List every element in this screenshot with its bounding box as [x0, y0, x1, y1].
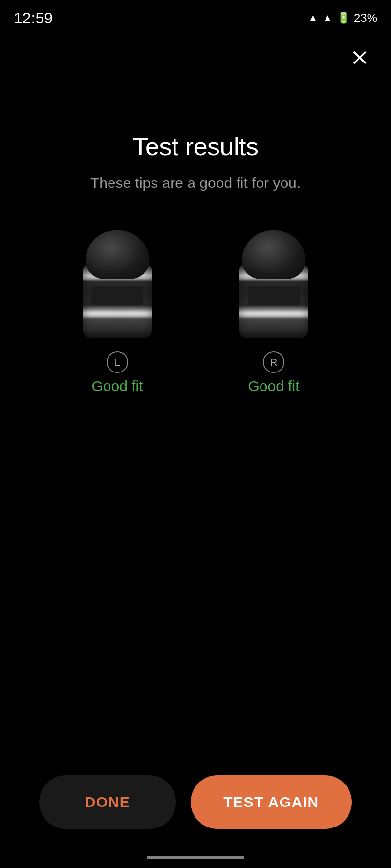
home-indicator — [147, 856, 244, 859]
signal-icon: ▲ — [322, 12, 333, 24]
earbud-right: R Good fit — [230, 230, 318, 394]
battery-icon: 🔋 — [337, 12, 350, 24]
earbud-left-status: Good fit — [91, 378, 143, 394]
status-icons: ▲ ▲ 🔋 23% — [307, 11, 377, 25]
earbud-left-illustration — [73, 230, 161, 338]
earbuds-container: L Good fit R Good fit — [0, 230, 391, 394]
page-title: Test results — [133, 132, 259, 161]
status-time: 12:59 — [14, 9, 53, 27]
main-content: Test results These tips are a good fit f… — [0, 34, 391, 419]
earbud-left-labels: L Good fit — [91, 351, 143, 394]
earbud-right-status: Good fit — [248, 378, 299, 394]
close-button[interactable] — [346, 44, 373, 71]
battery-percent: 23% — [354, 11, 377, 25]
status-bar: 12:59 ▲ ▲ 🔋 23% — [0, 0, 391, 34]
earbud-right-tip — [242, 230, 305, 279]
earbud-left-badge: L — [107, 351, 128, 373]
earbud-right-labels: R Good fit — [248, 351, 299, 394]
earbud-left: L Good fit — [73, 230, 161, 394]
earbud-right-badge: R — [263, 351, 284, 373]
page-subtitle: These tips are a good fit for you. — [90, 175, 301, 191]
earbud-left-tip — [86, 230, 149, 279]
done-button[interactable]: DONE — [39, 775, 176, 829]
bottom-buttons: DONE TEST AGAIN — [0, 775, 391, 829]
test-again-button[interactable]: TEST AGAIN — [191, 775, 352, 829]
wifi-icon: ▲ — [307, 12, 318, 24]
earbud-right-illustration — [230, 230, 318, 338]
